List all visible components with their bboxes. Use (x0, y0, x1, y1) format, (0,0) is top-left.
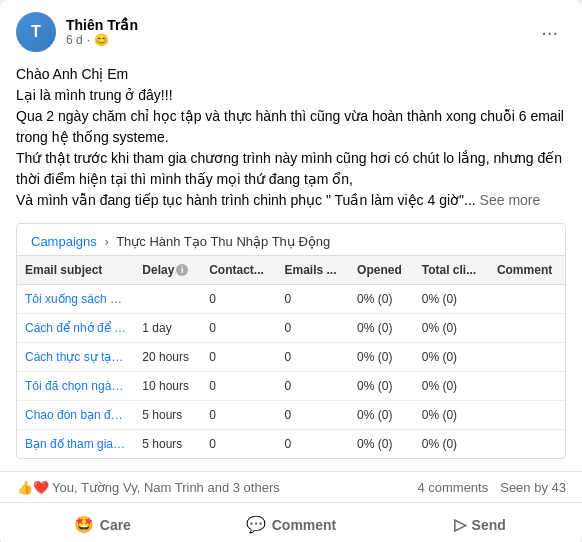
email-subject-cell[interactable]: Chao đón bạn đến vôi... (17, 401, 134, 430)
seen-by: Seen by 43 (500, 480, 566, 495)
col-email-subject: Email subject (17, 256, 134, 285)
send-icon: ▷ (454, 515, 466, 534)
comment-cell (489, 401, 565, 430)
table-header-row: Email subject Delay i Contact... Emails … (17, 256, 565, 285)
post-card: T Thiên Trần 6 d · 😊 ··· Chào Anh Chị Em… (0, 0, 582, 542)
email-subject-cell[interactable]: Tôi xuống sách điện tử... (17, 285, 134, 314)
opened-cell: 0% (0) (349, 372, 414, 401)
total-cli-cell: 0% (0) (414, 430, 489, 459)
contacts-cell: 0 (201, 285, 276, 314)
delay-cell: 5 hours (134, 401, 201, 430)
comments-count[interactable]: 4 comments (417, 480, 488, 495)
delay-cell: 5 hours (134, 430, 201, 459)
post-user-info: Thiên Trần 6 d · 😊 (66, 17, 138, 47)
post-dot: · (87, 33, 90, 47)
total-cli-cell: 0% (0) (414, 343, 489, 372)
campaign-table: Email subject Delay i Contact... Emails … (17, 255, 565, 458)
send-button[interactable]: ▷ Send (385, 507, 574, 542)
contacts-cell: 0 (201, 401, 276, 430)
comment-cell (489, 343, 565, 372)
delay-cell: 1 day (134, 314, 201, 343)
comment-cell (489, 285, 565, 314)
campaign-breadcrumb: Campaigns › Thực Hành Tạo Thu Nhập Thụ Đ… (17, 224, 565, 255)
total-cli-cell: 0% (0) (414, 314, 489, 343)
delay-info-icon[interactable]: i (176, 264, 188, 276)
col-contacts: Contact... (201, 256, 276, 285)
reaction-names[interactable]: You, Tường Vy, Nam Trinh and 3 others (52, 480, 280, 495)
post-header-left: T Thiên Trần 6 d · 😊 (16, 12, 138, 52)
care-button[interactable]: 🤩 Care (8, 507, 197, 542)
campaign-embed: Campaigns › Thực Hành Tạo Thu Nhập Thụ Đ… (16, 223, 566, 459)
breadcrumb-separator: › (104, 234, 108, 249)
content-line3: Qua 2 ngày chăm chỉ học tập và thực hành… (16, 106, 566, 148)
delay-cell: 20 hours (134, 343, 201, 372)
col-emails: Emails ... (277, 256, 350, 285)
comment-icon: 💬 (246, 515, 266, 534)
emails-cell: 0 (277, 285, 350, 314)
more-options-button[interactable]: ··· (533, 17, 566, 48)
email-subject-cell[interactable]: Cách để nhớ để tạo t... (17, 314, 134, 343)
care-icon: 🤩 (74, 515, 94, 534)
post-header: T Thiên Trần 6 d · 😊 ··· (0, 0, 582, 60)
email-subject-cell[interactable]: Bạn đố tham gia! 8ây... (17, 430, 134, 459)
email-subject-cell[interactable]: Cách thực sự tạo thu... (17, 343, 134, 372)
email-subject-cell[interactable]: Tôi đã chọn ngày vốn... (17, 372, 134, 401)
reaction-emoji-heart: ❤️ (32, 478, 50, 496)
emails-cell: 0 (277, 343, 350, 372)
user-name[interactable]: Thiên Trần (66, 17, 138, 33)
reactions-right: 4 comments Seen by 43 (417, 480, 566, 495)
table-row: Cách để nhớ để tạo t... 1 day 0 0 0% (0)… (17, 314, 565, 343)
contacts-cell: 0 (201, 343, 276, 372)
post-time: 6 d (66, 33, 83, 47)
post-meta: 6 d · 😊 (66, 33, 138, 47)
col-opened: Opened (349, 256, 414, 285)
contacts-cell: 0 (201, 372, 276, 401)
breadcrumb-campaigns-link[interactable]: Campaigns (31, 234, 97, 249)
care-label: Care (100, 517, 131, 533)
send-label: Send (472, 517, 506, 533)
table-row: Tôi xuống sách điện tử... 0 0 0% (0) 0% … (17, 285, 565, 314)
content-line4: Thứ thật trước khi tham gia chương trình… (16, 148, 566, 190)
col-comment: Comment (489, 256, 565, 285)
emails-cell: 0 (277, 430, 350, 459)
comment-button[interactable]: 💬 Comment (197, 507, 386, 542)
emails-cell: 0 (277, 314, 350, 343)
reactions-bar: 👍 ❤️ You, Tường Vy, Nam Trinh and 3 othe… (0, 471, 582, 503)
table-row: Chao đón bạn đến vôi... 5 hours 0 0 0% (… (17, 401, 565, 430)
content-line1: Chào Anh Chị Em (16, 64, 566, 85)
contacts-cell: 0 (201, 430, 276, 459)
comment-cell (489, 314, 565, 343)
content-line2: Lại là mình trung ở đây!!! (16, 85, 566, 106)
opened-cell: 0% (0) (349, 343, 414, 372)
total-cli-cell: 0% (0) (414, 372, 489, 401)
table-row: Tôi đã chọn ngày vốn... 10 hours 0 0 0% … (17, 372, 565, 401)
table-row: Cách thực sự tạo thu... 20 hours 0 0 0% … (17, 343, 565, 372)
total-cli-cell: 0% (0) (414, 285, 489, 314)
content-line5: Và mình vẫn đang tiếp tục hành trình chi… (16, 190, 566, 211)
breadcrumb-current: Thực Hành Tạo Thu Nhập Thụ Động (116, 234, 330, 249)
opened-cell: 0% (0) (349, 430, 414, 459)
delay-cell: 10 hours (134, 372, 201, 401)
opened-cell: 0% (0) (349, 314, 414, 343)
reaction-emojis: 👍 ❤️ (16, 478, 48, 496)
avatar[interactable]: T (16, 12, 56, 52)
action-buttons: 🤩 Care 💬 Comment ▷ Send (0, 503, 582, 542)
reactions-left: 👍 ❤️ You, Tường Vy, Nam Trinh and 3 othe… (16, 478, 280, 496)
comment-cell (489, 372, 565, 401)
mood-emoji: 😊 (94, 33, 109, 47)
col-delay: Delay i (134, 256, 201, 285)
comment-cell (489, 430, 565, 459)
emails-cell: 0 (277, 401, 350, 430)
contacts-cell: 0 (201, 314, 276, 343)
col-total-cli: Total cli... (414, 256, 489, 285)
delay-cell (134, 285, 201, 314)
opened-cell: 0% (0) (349, 285, 414, 314)
see-more-link[interactable]: See more (480, 192, 541, 208)
total-cli-cell: 0% (0) (414, 401, 489, 430)
post-content: Chào Anh Chị Em Lại là mình trung ở đây!… (0, 60, 582, 223)
emails-cell: 0 (277, 372, 350, 401)
comment-label: Comment (272, 517, 337, 533)
table-row: Bạn đố tham gia! 8ây... 5 hours 0 0 0% (… (17, 430, 565, 459)
opened-cell: 0% (0) (349, 401, 414, 430)
